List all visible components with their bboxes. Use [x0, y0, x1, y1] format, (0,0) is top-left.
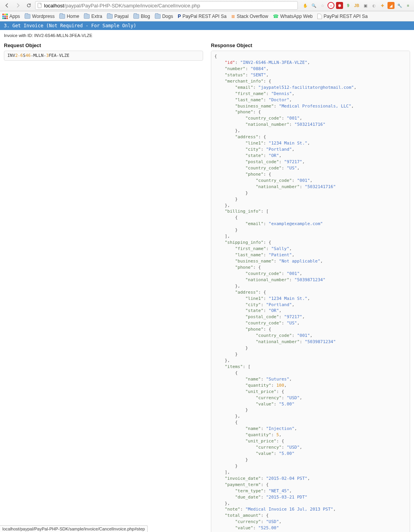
zoom-icon[interactable]: 🔍: [310, 2, 317, 9]
apps-icon: [2, 14, 8, 19]
cast-icon[interactable]: ▣: [362, 2, 369, 9]
bookmark-paypal[interactable]: Paypal: [107, 14, 129, 19]
step3-content: Invoice with ID: INV2-6S46-MLLN-3FEA-VLZ…: [0, 30, 414, 532]
step3-request-box: INV2-6S46-MLLN-3FEA-VLZE: [4, 51, 203, 61]
star-icon[interactable]: ☆: [319, 2, 326, 9]
bookmark-blog[interactable]: Blog: [133, 14, 150, 19]
analytics-icon[interactable]: ◢: [387, 2, 395, 9]
status-bar: localhost/paypal/PayPal-PHP-SDK/sample/i…: [0, 525, 148, 532]
browser-toolbar: localhost/paypal/PayPal-PHP-SDK/sample/i…: [0, 0, 414, 11]
jb-icon[interactable]: JB: [353, 2, 360, 9]
gray-ball-icon[interactable]: ◐: [370, 2, 377, 9]
hamburger-menu-icon[interactable]: ≡: [405, 2, 412, 9]
bookmark-extra[interactable]: Extra: [84, 14, 102, 19]
lastpass-icon[interactable]: ✱: [336, 2, 343, 9]
apps-button[interactable]: Apps: [2, 14, 20, 19]
folder-icon: [84, 14, 90, 19]
folder-icon: [25, 14, 30, 19]
evernote-icon[interactable]: 9: [345, 2, 352, 9]
apps-label: Apps: [9, 14, 20, 19]
whatsapp-icon: ☎: [273, 14, 279, 19]
step3-response-box: { "id": "INV2-6S46-MLLN-3FEA-VLZE", "num…: [211, 51, 410, 532]
step3-response-title: Response Object: [211, 42, 410, 48]
folder-icon: [107, 14, 113, 19]
forward-button[interactable]: [13, 1, 23, 10]
url-host: localhost: [44, 3, 64, 9]
back-button[interactable]: [2, 1, 12, 10]
bookmark-paypal-rest-2[interactable]: PayPal REST API Sa: [317, 14, 368, 19]
step3-request-title: Request Object: [4, 42, 203, 48]
bookmark-paypal-rest-1[interactable]: PPayPal REST API Sa: [178, 14, 226, 19]
step3-invoice-id-line: Invoice with ID: INV2-6S46-MLLN-3FEA-VLZ…: [4, 33, 410, 38]
url-bar[interactable]: localhost/paypal/PayPal-PHP-SDK/sample/i…: [35, 1, 298, 10]
folder-icon: [59, 14, 65, 19]
adblock-icon[interactable]: ○: [327, 2, 334, 9]
bookmark-dogs[interactable]: Dogs: [155, 14, 173, 19]
url-path: /paypal/PayPal-PHP-SDK/sample/invoice/Ca…: [64, 3, 200, 9]
bookmark-stackoverflow[interactable]: ≣Stack Overflow: [231, 14, 268, 19]
bookmark-wordpress[interactable]: Wordpress: [25, 14, 55, 19]
claw-icon[interactable]: ✋: [302, 2, 309, 9]
step3-header[interactable]: 3. Get Invoice (Not Required - For Sampl…: [0, 21, 414, 30]
page-icon: [37, 3, 42, 8]
bookmarks-bar: Apps Wordpress Home Extra Paypal Blog Do…: [0, 11, 414, 21]
wrench-icon[interactable]: 🔧: [396, 2, 403, 9]
page-file-icon: [317, 14, 322, 19]
step3-request-col: Request Object INV2-6S46-MLLN-3FEA-VLZE: [4, 40, 203, 532]
toolbar-right-icons: ✋ 🔍 ☆ ○ ✱ 9 JB ▣ ◐ ✚ ◢ 🔧 ≡: [302, 2, 412, 9]
folder-icon: [155, 14, 161, 19]
step3-response-col: Response Object { "id": "INV2-6S46-MLLN-…: [211, 40, 410, 532]
folder-icon: [133, 14, 139, 19]
bookmark-whatsapp[interactable]: ☎WhatsApp Web: [273, 14, 313, 19]
stackoverflow-icon: ≣: [231, 14, 235, 19]
puzzle-icon[interactable]: ✚: [379, 2, 386, 9]
reload-button[interactable]: [24, 1, 34, 10]
bookmark-home[interactable]: Home: [59, 14, 79, 19]
paypal-icon: P: [178, 14, 181, 19]
svg-rect-0: [38, 3, 41, 8]
